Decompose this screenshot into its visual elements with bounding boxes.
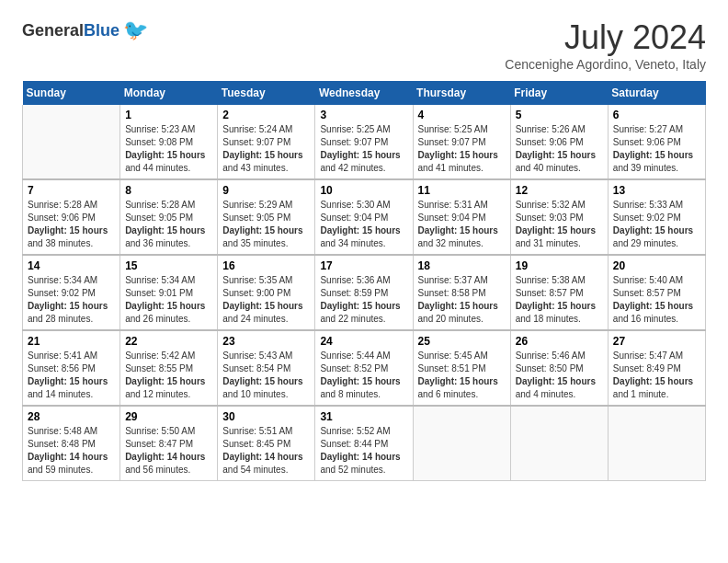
day-info: Sunrise: 5:29 AMSunset: 9:05 PMDaylight:… [222,199,310,250]
day-info: Sunrise: 5:24 AMSunset: 9:07 PMDaylight:… [222,123,310,175]
calendar-cell: 3Sunrise: 5:25 AMSunset: 9:07 PMDaylight… [315,105,413,179]
day-number: 22 [125,335,212,348]
day-number: 19 [516,259,603,272]
calendar-header-row: SundayMondayTuesdayWednesdayThursdayFrid… [23,81,706,105]
day-number: 25 [418,335,506,348]
day-number: 16 [222,259,310,272]
bird-icon: 🐦 [123,18,148,42]
calendar-week-row: 1Sunrise: 5:23 AMSunset: 9:08 PMDaylight… [23,105,706,179]
day-info: Sunrise: 5:50 AMSunset: 8:47 PMDaylight:… [125,425,212,477]
day-number: 26 [516,335,603,348]
calendar-cell: 19Sunrise: 5:38 AMSunset: 8:57 PMDayligh… [510,255,608,330]
day-info: Sunrise: 5:28 AMSunset: 9:05 PMDaylight:… [125,199,212,250]
logo-text: GeneralBlue [22,21,119,40]
calendar-cell: 5Sunrise: 5:26 AMSunset: 9:06 PMDaylight… [510,105,608,179]
day-info: Sunrise: 5:32 AMSunset: 9:03 PMDaylight:… [516,199,603,250]
header: GeneralBlue 🐦 July 2024 Cencenighe Agord… [22,18,706,72]
calendar-cell: 9Sunrise: 5:29 AMSunset: 9:05 PMDaylight… [218,179,315,255]
title-area: July 2024 Cencenighe Agordino, Veneto, I… [505,18,706,72]
calendar-day-header: Friday [510,81,608,105]
calendar-cell [23,105,120,179]
calendar-cell: 7Sunrise: 5:28 AMSunset: 9:06 PMDaylight… [23,179,120,255]
calendar-table: SundayMondayTuesdayWednesdayThursdayFrid… [22,81,706,481]
calendar-week-row: 14Sunrise: 5:34 AMSunset: 9:02 PMDayligh… [23,255,706,330]
calendar-day-header: Tuesday [218,81,315,105]
day-number: 10 [320,184,407,197]
day-number: 28 [28,410,115,423]
day-info: Sunrise: 5:26 AMSunset: 9:06 PMDaylight:… [516,123,603,175]
logo-general: General [22,21,84,40]
calendar-cell: 12Sunrise: 5:32 AMSunset: 9:03 PMDayligh… [510,179,608,255]
day-number: 2 [222,109,310,121]
day-info: Sunrise: 5:27 AMSunset: 9:06 PMDaylight:… [613,123,700,175]
day-info: Sunrise: 5:51 AMSunset: 8:45 PMDaylight:… [222,425,310,477]
calendar-cell [413,406,510,481]
day-info: Sunrise: 5:36 AMSunset: 8:59 PMDaylight:… [320,274,407,326]
calendar-cell: 25Sunrise: 5:45 AMSunset: 8:51 PMDayligh… [413,330,510,406]
calendar-cell: 18Sunrise: 5:37 AMSunset: 8:58 PMDayligh… [413,255,510,330]
day-info: Sunrise: 5:38 AMSunset: 8:57 PMDaylight:… [516,274,603,326]
day-info: Sunrise: 5:40 AMSunset: 8:57 PMDaylight:… [613,274,700,326]
calendar-cell: 28Sunrise: 5:48 AMSunset: 8:48 PMDayligh… [23,406,120,481]
day-number: 20 [613,259,700,272]
day-number: 21 [28,335,115,348]
day-info: Sunrise: 5:28 AMSunset: 9:06 PMDaylight:… [28,199,115,250]
day-number: 9 [222,184,310,197]
calendar-cell: 31Sunrise: 5:52 AMSunset: 8:44 PMDayligh… [315,406,413,481]
day-number: 7 [28,184,115,197]
day-number: 3 [320,109,407,121]
calendar-cell: 2Sunrise: 5:24 AMSunset: 9:07 PMDaylight… [218,105,315,179]
calendar-day-header: Thursday [413,81,510,105]
day-info: Sunrise: 5:48 AMSunset: 8:48 PMDaylight:… [28,425,115,477]
day-number: 29 [125,410,212,423]
calendar-cell: 6Sunrise: 5:27 AMSunset: 9:06 PMDaylight… [608,105,705,179]
day-info: Sunrise: 5:47 AMSunset: 8:49 PMDaylight:… [613,350,700,401]
calendar-cell: 14Sunrise: 5:34 AMSunset: 9:02 PMDayligh… [23,255,120,330]
calendar-week-row: 21Sunrise: 5:41 AMSunset: 8:56 PMDayligh… [23,330,706,406]
calendar-day-header: Saturday [608,81,705,105]
day-info: Sunrise: 5:25 AMSunset: 9:07 PMDaylight:… [418,123,506,175]
calendar-cell: 13Sunrise: 5:33 AMSunset: 9:02 PMDayligh… [608,179,705,255]
calendar-cell: 15Sunrise: 5:34 AMSunset: 9:01 PMDayligh… [120,255,218,330]
logo: GeneralBlue 🐦 [22,18,148,42]
day-number: 27 [613,335,700,348]
day-info: Sunrise: 5:44 AMSunset: 8:52 PMDaylight:… [320,350,407,401]
day-number: 13 [613,184,700,197]
calendar-day-header: Wednesday [315,81,413,105]
day-number: 11 [418,184,506,197]
location-subtitle: Cencenighe Agordino, Veneto, Italy [505,57,706,72]
calendar-day-header: Monday [120,81,218,105]
calendar-cell: 11Sunrise: 5:31 AMSunset: 9:04 PMDayligh… [413,179,510,255]
calendar-cell: 4Sunrise: 5:25 AMSunset: 9:07 PMDaylight… [413,105,510,179]
logo-blue: Blue [84,21,119,40]
calendar-week-row: 7Sunrise: 5:28 AMSunset: 9:06 PMDaylight… [23,179,706,255]
calendar-cell: 27Sunrise: 5:47 AMSunset: 8:49 PMDayligh… [608,330,705,406]
calendar-cell: 22Sunrise: 5:42 AMSunset: 8:55 PMDayligh… [120,330,218,406]
day-info: Sunrise: 5:52 AMSunset: 8:44 PMDaylight:… [320,425,407,477]
day-info: Sunrise: 5:34 AMSunset: 9:02 PMDaylight:… [28,274,115,326]
day-number: 24 [320,335,407,348]
day-info: Sunrise: 5:33 AMSunset: 9:02 PMDaylight:… [613,199,700,250]
day-number: 18 [418,259,506,272]
day-number: 6 [613,109,700,121]
calendar-cell: 24Sunrise: 5:44 AMSunset: 8:52 PMDayligh… [315,330,413,406]
day-number: 15 [125,259,212,272]
day-number: 17 [320,259,407,272]
calendar-cell: 30Sunrise: 5:51 AMSunset: 8:45 PMDayligh… [218,406,315,481]
calendar-cell: 23Sunrise: 5:43 AMSunset: 8:54 PMDayligh… [218,330,315,406]
day-info: Sunrise: 5:31 AMSunset: 9:04 PMDaylight:… [418,199,506,250]
calendar-cell: 21Sunrise: 5:41 AMSunset: 8:56 PMDayligh… [23,330,120,406]
calendar-cell: 8Sunrise: 5:28 AMSunset: 9:05 PMDaylight… [120,179,218,255]
calendar-cell [510,406,608,481]
calendar-week-row: 28Sunrise: 5:48 AMSunset: 8:48 PMDayligh… [23,406,706,481]
day-number: 5 [516,109,603,121]
day-info: Sunrise: 5:34 AMSunset: 9:01 PMDaylight:… [125,274,212,326]
calendar-cell: 17Sunrise: 5:36 AMSunset: 8:59 PMDayligh… [315,255,413,330]
day-number: 30 [222,410,310,423]
day-info: Sunrise: 5:42 AMSunset: 8:55 PMDaylight:… [125,350,212,401]
day-number: 23 [222,335,310,348]
day-info: Sunrise: 5:23 AMSunset: 9:08 PMDaylight:… [125,123,212,175]
day-info: Sunrise: 5:43 AMSunset: 8:54 PMDaylight:… [222,350,310,401]
day-info: Sunrise: 5:46 AMSunset: 8:50 PMDaylight:… [516,350,603,401]
calendar-day-header: Sunday [23,81,120,105]
